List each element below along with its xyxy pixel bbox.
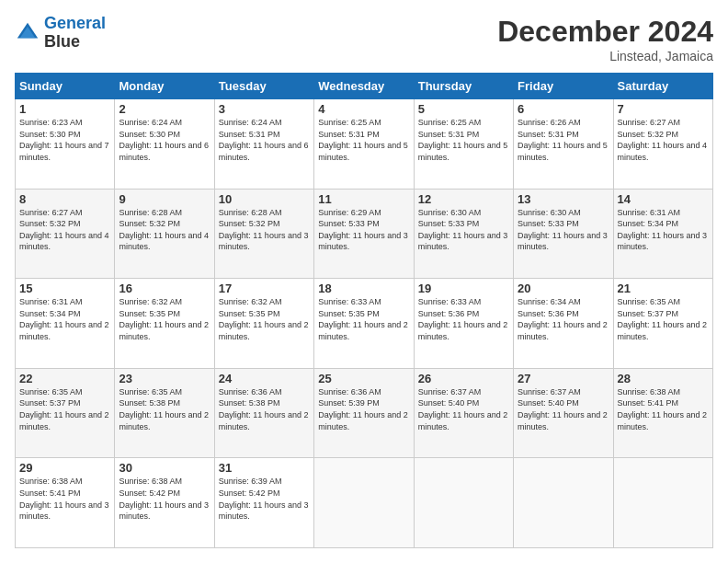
day-number: 19 — [418, 282, 509, 295]
day-info: Sunrise: 6:35 AMSunset: 5:37 PMDaylight:… — [618, 297, 708, 341]
day-info: Sunrise: 6:28 AMSunset: 5:32 PMDaylight:… — [219, 208, 309, 252]
day-info: Sunrise: 6:35 AMSunset: 5:38 PMDaylight:… — [119, 387, 209, 431]
day-info: Sunrise: 6:38 AMSunset: 5:41 PMDaylight:… — [19, 477, 109, 521]
calendar-day-cell: 23 Sunrise: 6:35 AMSunset: 5:38 PMDaylig… — [115, 368, 214, 458]
calendar-day-cell: 22 Sunrise: 6:35 AMSunset: 5:37 PMDaylig… — [16, 368, 115, 458]
calendar-week-row: 15 Sunrise: 6:31 AMSunset: 5:34 PMDaylig… — [16, 279, 713, 369]
day-info: Sunrise: 6:33 AMSunset: 5:36 PMDaylight:… — [418, 297, 508, 341]
calendar-table: SundayMondayTuesdayWednesdayThursdayFrid… — [15, 73, 713, 548]
day-number: 20 — [518, 282, 609, 295]
day-number: 21 — [618, 282, 709, 295]
calendar-day-cell: 30 Sunrise: 6:38 AMSunset: 5:42 PMDaylig… — [115, 458, 214, 548]
calendar-day-header: Monday — [115, 74, 214, 99]
day-number: 1 — [19, 102, 110, 116]
calendar-day-cell: 2 Sunrise: 6:24 AMSunset: 5:30 PMDayligh… — [115, 99, 214, 190]
calendar-day-cell: 1 Sunrise: 6:23 AMSunset: 5:30 PMDayligh… — [16, 99, 115, 190]
calendar-day-cell — [314, 458, 414, 548]
day-number: 3 — [219, 102, 310, 116]
day-number: 26 — [418, 372, 509, 385]
day-info: Sunrise: 6:34 AMSunset: 5:36 PMDaylight:… — [518, 297, 608, 341]
calendar-day-cell — [613, 458, 712, 548]
day-number: 27 — [518, 372, 609, 385]
calendar-day-cell: 3 Sunrise: 6:24 AMSunset: 5:31 PMDayligh… — [214, 99, 313, 190]
day-number: 4 — [318, 102, 409, 116]
calendar-day-header: Thursday — [414, 74, 513, 99]
day-number: 23 — [119, 372, 210, 385]
calendar-day-cell: 5 Sunrise: 6:25 AMSunset: 5:31 PMDayligh… — [414, 99, 513, 190]
calendar-day-cell: 4 Sunrise: 6:25 AMSunset: 5:31 PMDayligh… — [314, 99, 414, 190]
page: General Blue December 2024 Linstead, Jam… — [0, 0, 728, 563]
day-number: 12 — [418, 192, 509, 206]
day-number: 10 — [219, 192, 310, 206]
calendar-day-cell: 28 Sunrise: 6:38 AMSunset: 5:41 PMDaylig… — [613, 368, 712, 458]
calendar-day-cell: 26 Sunrise: 6:37 AMSunset: 5:40 PMDaylig… — [414, 368, 513, 458]
day-info: Sunrise: 6:38 AMSunset: 5:42 PMDaylight:… — [119, 477, 209, 521]
day-number: 6 — [518, 102, 609, 116]
calendar-day-cell — [414, 458, 513, 548]
day-number: 5 — [418, 102, 509, 116]
calendar-day-cell: 10 Sunrise: 6:28 AMSunset: 5:32 PMDaylig… — [214, 189, 313, 279]
header: General Blue December 2024 Linstead, Jam… — [15, 15, 713, 63]
day-number: 2 — [119, 102, 210, 116]
day-info: Sunrise: 6:24 AMSunset: 5:30 PMDaylight:… — [119, 118, 209, 162]
day-number: 25 — [318, 372, 409, 385]
day-info: Sunrise: 6:27 AMSunset: 5:32 PMDaylight:… — [19, 208, 109, 252]
day-info: Sunrise: 6:32 AMSunset: 5:35 PMDaylight:… — [219, 297, 309, 341]
calendar-day-cell: 16 Sunrise: 6:32 AMSunset: 5:35 PMDaylig… — [115, 279, 214, 369]
calendar-day-cell: 20 Sunrise: 6:34 AMSunset: 5:36 PMDaylig… — [514, 279, 613, 369]
day-number: 16 — [119, 282, 210, 295]
day-info: Sunrise: 6:36 AMSunset: 5:39 PMDaylight:… — [318, 387, 408, 431]
calendar-day-cell: 12 Sunrise: 6:30 AMSunset: 5:33 PMDaylig… — [414, 189, 513, 279]
day-info: Sunrise: 6:31 AMSunset: 5:34 PMDaylight:… — [618, 208, 708, 252]
calendar-day-header: Friday — [514, 74, 613, 99]
day-info: Sunrise: 6:25 AMSunset: 5:31 PMDaylight:… — [318, 118, 408, 162]
day-number: 17 — [219, 282, 310, 295]
day-info: Sunrise: 6:37 AMSunset: 5:40 PMDaylight:… — [418, 387, 508, 431]
day-number: 11 — [318, 192, 409, 206]
calendar-day-cell: 18 Sunrise: 6:33 AMSunset: 5:35 PMDaylig… — [314, 279, 414, 369]
day-info: Sunrise: 6:37 AMSunset: 5:40 PMDaylight:… — [518, 387, 608, 431]
day-number: 9 — [119, 192, 210, 206]
calendar-day-cell: 21 Sunrise: 6:35 AMSunset: 5:37 PMDaylig… — [613, 279, 712, 369]
day-info: Sunrise: 6:24 AMSunset: 5:31 PMDaylight:… — [219, 118, 309, 162]
calendar-day-header: Tuesday — [214, 74, 313, 99]
calendar-day-cell: 25 Sunrise: 6:36 AMSunset: 5:39 PMDaylig… — [314, 368, 414, 458]
day-number: 22 — [19, 372, 110, 385]
logo-line1: General — [44, 14, 106, 32]
day-info: Sunrise: 6:26 AMSunset: 5:31 PMDaylight:… — [518, 118, 608, 162]
calendar-header-row: SundayMondayTuesdayWednesdayThursdayFrid… — [16, 74, 713, 99]
day-number: 28 — [618, 372, 709, 385]
calendar-day-cell: 14 Sunrise: 6:31 AMSunset: 5:34 PMDaylig… — [613, 189, 712, 279]
calendar-day-cell: 15 Sunrise: 6:31 AMSunset: 5:34 PMDaylig… — [16, 279, 115, 369]
calendar-day-header: Wednesday — [314, 74, 414, 99]
calendar-week-row: 1 Sunrise: 6:23 AMSunset: 5:30 PMDayligh… — [16, 99, 713, 190]
title-block: December 2024 Linstead, Jamaica — [497, 15, 713, 63]
calendar-day-cell: 19 Sunrise: 6:33 AMSunset: 5:36 PMDaylig… — [414, 279, 513, 369]
day-info: Sunrise: 6:30 AMSunset: 5:33 PMDaylight:… — [418, 208, 508, 252]
calendar-day-cell: 6 Sunrise: 6:26 AMSunset: 5:31 PMDayligh… — [514, 99, 613, 190]
calendar-day-cell: 7 Sunrise: 6:27 AMSunset: 5:32 PMDayligh… — [613, 99, 712, 190]
calendar-day-cell: 27 Sunrise: 6:37 AMSunset: 5:40 PMDaylig… — [514, 368, 613, 458]
day-info: Sunrise: 6:39 AMSunset: 5:42 PMDaylight:… — [219, 477, 309, 521]
day-info: Sunrise: 6:23 AMSunset: 5:30 PMDaylight:… — [19, 118, 109, 162]
calendar-week-row: 29 Sunrise: 6:38 AMSunset: 5:41 PMDaylig… — [16, 458, 713, 548]
calendar-day-cell: 31 Sunrise: 6:39 AMSunset: 5:42 PMDaylig… — [214, 458, 313, 548]
day-number: 15 — [19, 282, 110, 295]
day-number: 7 — [618, 102, 709, 116]
calendar-day-cell: 24 Sunrise: 6:36 AMSunset: 5:38 PMDaylig… — [214, 368, 313, 458]
subtitle: Linstead, Jamaica — [497, 49, 713, 63]
logo-icon — [15, 20, 40, 46]
day-number: 14 — [618, 192, 709, 206]
day-info: Sunrise: 6:27 AMSunset: 5:32 PMDaylight:… — [618, 118, 708, 162]
day-number: 29 — [19, 461, 110, 475]
calendar-day-cell: 11 Sunrise: 6:29 AMSunset: 5:33 PMDaylig… — [314, 189, 414, 279]
day-info: Sunrise: 6:38 AMSunset: 5:41 PMDaylight:… — [618, 387, 708, 431]
calendar-week-row: 22 Sunrise: 6:35 AMSunset: 5:37 PMDaylig… — [16, 368, 713, 458]
calendar-day-header: Saturday — [613, 74, 712, 99]
day-number: 24 — [219, 372, 310, 385]
day-number: 13 — [518, 192, 609, 206]
calendar-day-header: Sunday — [16, 74, 115, 99]
day-number: 31 — [219, 461, 310, 475]
day-info: Sunrise: 6:35 AMSunset: 5:37 PMDaylight:… — [19, 387, 109, 431]
logo: General Blue — [15, 15, 106, 52]
